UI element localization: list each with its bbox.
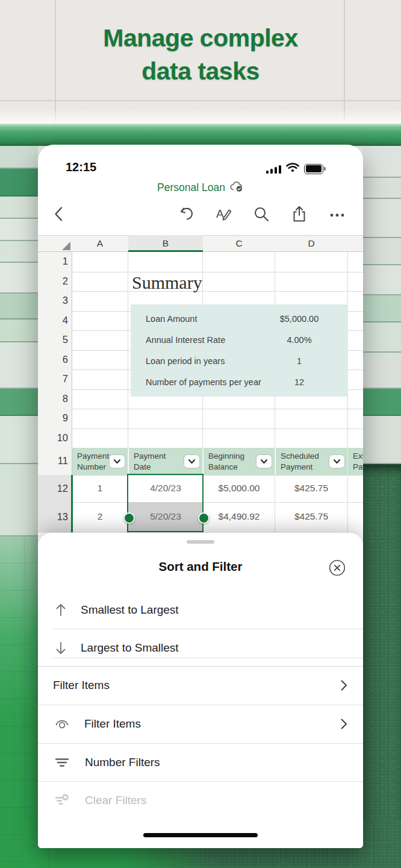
row-header[interactable]: 10 — [38, 432, 68, 444]
gridline — [72, 291, 363, 292]
sheet-title: Sort and Filter — [38, 559, 363, 574]
green-divider-band — [0, 124, 401, 146]
summary-label: Number of payments per year — [146, 377, 261, 387]
cloud-check-icon — [229, 181, 244, 195]
table-header-extra-payment[interactable]: Extra Payment — [348, 448, 363, 475]
row-header[interactable]: 8 — [38, 393, 68, 404]
chevron-down-icon — [260, 459, 268, 464]
gridline — [72, 475, 363, 476]
background-fade — [0, 108, 401, 124]
svg-text:A: A — [216, 207, 224, 220]
cell-selection-border — [127, 474, 204, 532]
menu-item-label: Filter Items — [84, 717, 141, 731]
divider — [53, 658, 363, 658]
menu-item-filter-items[interactable]: Filter Items — [38, 666, 363, 704]
menu-item-label: Largest to Smallest — [81, 641, 179, 655]
chevron-right-icon — [339, 718, 349, 730]
arrow-up-icon — [53, 602, 69, 618]
phone-screen: 12:15 Personal Loan — [38, 145, 363, 848]
row-header[interactable]: 3 — [38, 295, 68, 306]
filter-clear-icon — [54, 793, 70, 808]
summary-label: Loan period in years — [146, 356, 225, 366]
gridline — [72, 272, 363, 272]
menu-item-clear-filters: Clear Filters — [38, 781, 363, 819]
undo-icon[interactable] — [178, 205, 196, 223]
row-header[interactable]: 6 — [38, 354, 68, 365]
row-header[interactable]: 9 — [38, 412, 68, 424]
summary-cell-title[interactable]: Summary — [132, 272, 202, 293]
row-header[interactable]: 5 — [38, 334, 68, 345]
menu-item-filter-items-preview[interactable]: Filter Items — [38, 705, 363, 743]
menu-item-largest-to-smallest[interactable]: Largest to Smallest — [38, 629, 363, 667]
chevron-down-icon — [188, 459, 196, 464]
gridline — [72, 429, 363, 429]
filter-dropdown-button[interactable] — [256, 455, 272, 468]
chevron-down-icon — [113, 459, 121, 464]
spreadsheet-grid: A B C D 1 2 3 4 5 6 7 8 9 10 11 12 13 — [38, 235, 363, 533]
hero-title-line1: Manage complex — [0, 22, 401, 55]
home-indicator[interactable] — [143, 833, 258, 837]
menu-item-label: Clear Filters — [85, 794, 146, 807]
summary-label: Annual Interest Rate — [146, 335, 225, 345]
row-header[interactable]: 11 — [38, 455, 68, 467]
search-icon[interactable] — [252, 205, 270, 223]
table-selection-edge — [71, 475, 73, 532]
selection-handle-left[interactable] — [123, 512, 135, 524]
row-header[interactable]: 7 — [38, 373, 68, 385]
hero-title-line2: data tasks — [0, 55, 401, 88]
sheet-grabber[interactable] — [187, 540, 214, 544]
summary-row: Loan Amount $5,000.00 — [131, 310, 348, 328]
filter-lines-icon — [54, 755, 70, 770]
menu-item-smallest-to-largest[interactable]: Smallest to Largest — [38, 591, 363, 629]
selection-handle-right[interactable] — [198, 512, 210, 524]
wifi-icon — [286, 163, 299, 175]
document-title: Personal Loan — [157, 181, 225, 194]
row-header[interactable]: 12 — [38, 483, 68, 494]
arrow-down-icon — [53, 640, 69, 656]
format-pen-icon[interactable]: A — [215, 205, 233, 223]
battery-icon — [304, 164, 323, 174]
summary-value: 4.00% — [272, 335, 327, 345]
table-header-scheduled-payment[interactable]: Scheduled Payment — [276, 448, 348, 475]
summary-value: $5,000.00 — [272, 314, 327, 324]
row-header[interactable]: 1 — [38, 256, 68, 267]
filter-dropdown-button[interactable] — [184, 455, 199, 468]
chevron-right-icon — [339, 679, 349, 691]
back-icon[interactable] — [50, 205, 68, 223]
more-icon[interactable] — [328, 205, 346, 223]
background-gridline — [0, 100, 401, 101]
table-header-beginning-balance[interactable]: Beginning Balance — [204, 448, 275, 475]
status-icons — [266, 163, 324, 175]
row-header[interactable]: 4 — [38, 315, 68, 326]
summary-value: 12 — [272, 377, 327, 387]
hero-title: Manage complex data tasks — [0, 22, 401, 89]
close-button[interactable] — [329, 559, 346, 576]
gridline — [72, 409, 363, 409]
menu-item-number-filters[interactable]: Number Filters — [38, 743, 363, 781]
sort-and-filter-sheet: Sort and Filter Smallest to Largest Larg… — [38, 533, 363, 848]
table-header-payment-date[interactable]: Payment Date — [129, 448, 203, 475]
menu-item-label: Filter Items — [53, 679, 110, 692]
cellular-signal-icon — [266, 165, 282, 174]
select-all-corner[interactable] — [62, 242, 70, 250]
status-time: 12:15 — [66, 160, 96, 174]
left-background-stripes — [0, 146, 38, 868]
menu-item-label: Number Filters — [85, 756, 160, 769]
right-background-stripes — [363, 146, 401, 868]
summary-value: 1 — [272, 356, 327, 366]
table-header-payment-number[interactable]: Payment Number — [72, 448, 128, 475]
summary-box[interactable]: Loan Amount $5,000.00 Annual Interest Ra… — [131, 304, 348, 397]
filter-dropdown-button[interactable] — [110, 455, 125, 468]
document-title-row: Personal Loan — [38, 181, 363, 195]
chevron-down-icon — [333, 459, 341, 464]
row-header[interactable]: 13 — [38, 511, 68, 523]
eye-icon — [54, 716, 70, 732]
summary-row: Number of payments per year 12 — [131, 373, 348, 391]
row-header[interactable]: 2 — [38, 275, 68, 287]
close-icon — [329, 559, 346, 576]
summary-label: Loan Amount — [146, 314, 197, 324]
filter-dropdown-button[interactable] — [329, 455, 344, 468]
share-icon[interactable] — [290, 205, 308, 223]
summary-row: Annual Interest Rate 4.00% — [131, 331, 348, 349]
menu-item-label: Smallest to Largest — [81, 603, 179, 617]
